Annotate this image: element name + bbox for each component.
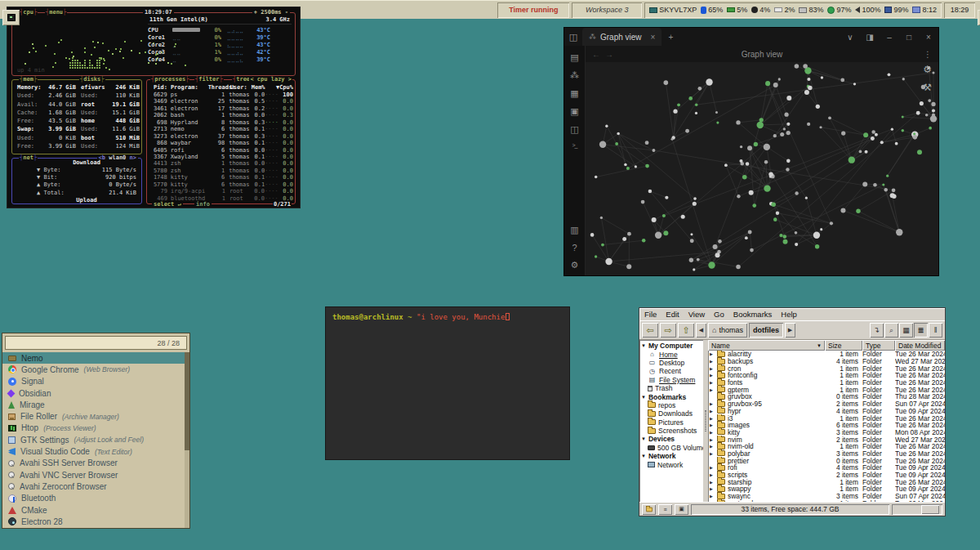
graph-node[interactable] bbox=[871, 130, 875, 134]
settings-gear-icon[interactable]: ⚙ bbox=[571, 260, 579, 271]
graph-node[interactable] bbox=[902, 116, 904, 118]
btop-tab-cpu[interactable]: ┤cpu├ bbox=[19, 9, 38, 16]
graph-node[interactable] bbox=[892, 195, 896, 199]
sidebar-item-screenshots[interactable]: Screenshots bbox=[641, 427, 703, 435]
graph-node[interactable] bbox=[859, 150, 862, 154]
graph-node[interactable] bbox=[708, 262, 715, 268]
process-row[interactable]: 3469electron25thomas0.5····0.0 bbox=[147, 98, 295, 105]
graph-node[interactable] bbox=[891, 127, 893, 130]
expander-icon[interactable]: ▶ bbox=[710, 359, 715, 364]
graph-node[interactable] bbox=[865, 150, 868, 154]
graph-node[interactable] bbox=[873, 183, 877, 187]
graph-node[interactable] bbox=[840, 208, 845, 212]
expander-icon[interactable]: ▶ bbox=[710, 416, 715, 421]
new-tab-button[interactable]: + bbox=[662, 33, 679, 42]
graph-node[interactable] bbox=[795, 64, 800, 69]
minimize-button[interactable]: – bbox=[880, 33, 899, 42]
graph-node[interactable] bbox=[783, 239, 788, 244]
graph-node[interactable] bbox=[820, 228, 822, 230]
graph-node[interactable] bbox=[786, 123, 790, 126]
close-tab-icon[interactable]: × bbox=[651, 33, 656, 42]
graph-node[interactable] bbox=[895, 142, 898, 145]
graph-node[interactable] bbox=[764, 160, 768, 164]
graph-node[interactable] bbox=[642, 239, 646, 243]
expander-icon[interactable]: ▶ bbox=[710, 409, 715, 414]
more-options-icon[interactable]: ⋮ bbox=[924, 50, 932, 59]
graph-node[interactable] bbox=[648, 190, 653, 194]
graph-node[interactable] bbox=[913, 132, 915, 135]
graph-node[interactable] bbox=[886, 175, 889, 177]
menu-edit[interactable]: Edit bbox=[666, 310, 679, 319]
find-icon[interactable]: ⌕ bbox=[884, 323, 898, 338]
info-toggle-button[interactable]: ▣ bbox=[675, 504, 688, 515]
quick-switcher-icon[interactable]: ▤ bbox=[570, 52, 578, 63]
graph-node[interactable] bbox=[665, 196, 668, 199]
tray-network[interactable]: SKYVL7XP bbox=[649, 6, 697, 14]
graph-node[interactable] bbox=[688, 96, 693, 101]
graph-node[interactable] bbox=[745, 236, 748, 239]
graph-node[interactable] bbox=[617, 132, 620, 136]
graph-node[interactable] bbox=[771, 202, 776, 207]
dual-pane-button[interactable]: ‖ bbox=[929, 323, 942, 338]
graph-node[interactable] bbox=[795, 231, 798, 235]
graph-node[interactable] bbox=[750, 248, 754, 253]
tray-fan[interactable]: 4% bbox=[751, 6, 770, 14]
btop-tab-net[interactable]: ┤net├ bbox=[19, 154, 38, 161]
clock[interactable]: 18:29 bbox=[944, 2, 975, 18]
column-header-name[interactable]: Name▼ bbox=[708, 340, 825, 351]
graph-node[interactable] bbox=[773, 217, 777, 221]
graph-node[interactable] bbox=[736, 120, 740, 124]
graph-node[interactable] bbox=[652, 149, 655, 152]
graph-node[interactable] bbox=[697, 258, 700, 262]
graph-node[interactable] bbox=[782, 235, 786, 239]
graph-node[interactable] bbox=[928, 99, 931, 102]
graph-node[interactable] bbox=[849, 156, 855, 163]
process-row[interactable]: 3367Xwayland5thomas0.1····0.0 bbox=[147, 154, 295, 160]
crumb-scroll-right-button[interactable]: ▶ bbox=[785, 323, 795, 338]
go-jump-icon[interactable]: ↴ bbox=[870, 323, 884, 338]
graph-node[interactable] bbox=[601, 244, 604, 247]
graph-node[interactable] bbox=[681, 215, 685, 219]
sidebar-section-network[interactable]: ▼Network bbox=[641, 452, 703, 460]
process-row[interactable]: 79irq/9-acpi1root0.0····0.0 bbox=[147, 188, 295, 195]
graph-node[interactable] bbox=[780, 132, 784, 136]
graph-node[interactable] bbox=[627, 232, 631, 236]
graph-node[interactable] bbox=[749, 190, 754, 195]
process-row[interactable]: 698Hyprland8thomas0.3····0.0 bbox=[147, 119, 295, 126]
expander-icon[interactable]: ▶ bbox=[710, 451, 715, 456]
graph-settings-gear-icon[interactable]: ⚙ bbox=[923, 64, 932, 75]
graph-node[interactable] bbox=[916, 111, 920, 115]
graph-node[interactable] bbox=[590, 233, 595, 237]
graph-node[interactable] bbox=[925, 114, 929, 117]
graph-node[interactable] bbox=[747, 145, 752, 150]
timer-indicator[interactable]: Timer running bbox=[497, 2, 569, 18]
tray-cpu[interactable]: 99% bbox=[884, 6, 908, 14]
btop-tab-cpu-lazy[interactable]: < cpu lazy > bbox=[249, 76, 292, 83]
tray-volume[interactable]: 100% bbox=[855, 6, 880, 14]
graph-node[interactable] bbox=[896, 229, 902, 235]
sidebar-item-home[interactable]: ⌂Home bbox=[641, 350, 703, 358]
expander-icon[interactable]: ▶ bbox=[710, 501, 715, 502]
graph-node[interactable] bbox=[595, 176, 598, 179]
sidebar-item-500-gb-volume[interactable]: 500 GB Volume bbox=[641, 444, 703, 452]
graph-node[interactable] bbox=[778, 78, 781, 80]
help-icon[interactable]: ? bbox=[572, 243, 577, 253]
process-row[interactable]: 1748kitty6thomas0.1····0.0 bbox=[147, 174, 295, 181]
graph-node[interactable] bbox=[690, 233, 693, 235]
graph-node[interactable] bbox=[752, 203, 756, 208]
graph-node[interactable] bbox=[626, 264, 631, 269]
graph-node[interactable] bbox=[768, 172, 773, 177]
graph-node[interactable] bbox=[773, 134, 777, 137]
graph-node[interactable] bbox=[932, 109, 935, 112]
graph-node[interactable] bbox=[830, 221, 833, 225]
menu-file[interactable]: File bbox=[644, 310, 657, 319]
expander-icon[interactable]: ▶ bbox=[710, 472, 715, 477]
places-toggle-button[interactable] bbox=[642, 504, 656, 515]
graph-node[interactable] bbox=[748, 230, 752, 234]
menu-bookmarks[interactable]: Bookmarks bbox=[733, 310, 773, 319]
launcher-item-avahi-ssh-server-browser[interactable]: Avahi SSH Server Browser bbox=[2, 458, 185, 469]
graph-node[interactable] bbox=[739, 159, 742, 163]
launcher-search-input[interactable]: 28 / 28 bbox=[5, 336, 187, 350]
graph-node[interactable] bbox=[673, 110, 677, 114]
launcher-item-gtk-settings[interactable]: GTK Settings(Adjust Look and Feel) bbox=[2, 434, 185, 445]
